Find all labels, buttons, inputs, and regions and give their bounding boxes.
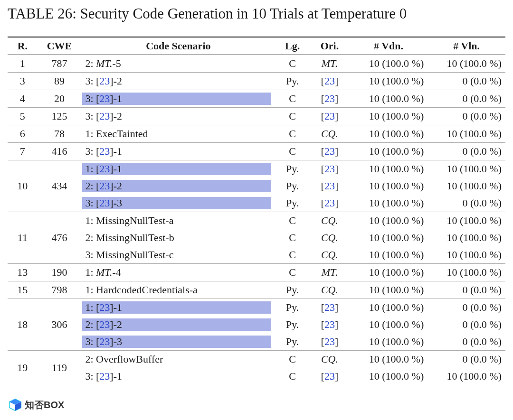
cell-ori: MT.	[310, 263, 350, 281]
table-row: 157981: HardcodedCredentials-aPy.CQ.10 (…	[8, 281, 505, 299]
cell-cwe: 306	[38, 299, 82, 350]
cell-cwe: 78	[38, 125, 82, 142]
cell-cwe: 434	[38, 160, 82, 212]
cell-scenario: 3: [23]-2	[81, 72, 275, 90]
table-row: 3: [23]-1C[23]10 (100.0 %)10 (100.0 %)	[8, 368, 505, 385]
col-header-vln: # Vln.	[428, 37, 505, 55]
cell-ori: [23]	[310, 299, 350, 316]
cell-vln: 0 (0.0 %)	[428, 107, 505, 125]
cell-ori: [23]	[310, 160, 350, 177]
cell-vdn: 10 (100.0 %)	[350, 299, 428, 316]
cell-vln: 10 (100.0 %)	[428, 263, 505, 281]
cell-lg: Py.	[275, 316, 310, 333]
cell-vln: 10 (100.0 %)	[428, 160, 505, 177]
cell-scenario: 3: [23]-2	[81, 107, 275, 125]
cell-vdn: 10 (100.0 %)	[350, 195, 428, 212]
cell-vdn: 10 (100.0 %)	[350, 160, 428, 177]
cell-lg: C	[275, 229, 310, 246]
cell-scenario: 2: [23]-2	[81, 177, 275, 195]
cell-cwe: 125	[38, 107, 82, 125]
cell-ori: CQ.	[310, 246, 350, 264]
table-row: 114761: MissingNullTest-aCCQ.10 (100.0 %…	[8, 212, 505, 229]
cell-cwe: 798	[38, 281, 82, 299]
table-caption: TABLE 26: Security Code Generation in 10…	[8, 5, 505, 23]
table-row: 2: [23]-2Py.[23]10 (100.0 %)10 (100.0 %)	[8, 177, 505, 195]
cell-vdn: 10 (100.0 %)	[350, 246, 428, 264]
cell-vln: 10 (100.0 %)	[428, 177, 505, 195]
cell-ori: CQ.	[310, 229, 350, 246]
cell-vdn: 10 (100.0 %)	[350, 55, 428, 72]
cell-lg: C	[275, 212, 310, 229]
table-row: 51253: [23]-2C[23]10 (100.0 %)0 (0.0 %)	[8, 107, 505, 125]
cell-vln: 0 (0.0 %)	[428, 299, 505, 316]
cell-vdn: 10 (100.0 %)	[350, 177, 428, 195]
cell-lg: Py.	[275, 177, 310, 195]
cell-vln: 0 (0.0 %)	[428, 195, 505, 212]
cell-r: 7	[8, 142, 38, 160]
cell-lg: Py.	[275, 72, 310, 90]
cell-lg: C	[275, 107, 310, 125]
cell-vdn: 10 (100.0 %)	[350, 281, 428, 299]
cell-vln: 10 (100.0 %)	[428, 212, 505, 229]
cell-scenario: 1: MT.-4	[81, 263, 275, 281]
cell-cwe: 20	[38, 90, 82, 107]
cell-cwe: 416	[38, 142, 82, 160]
cell-scenario: 2: MissingNullTest-b	[81, 229, 275, 246]
cell-r: 10	[8, 160, 38, 212]
cell-r: 18	[8, 299, 38, 350]
col-header-r: R.	[8, 37, 38, 55]
cell-ori: [23]	[310, 195, 350, 212]
cell-lg: C	[275, 350, 310, 368]
cell-lg: Py.	[275, 195, 310, 212]
cell-ori: [23]	[310, 368, 350, 385]
cell-scenario: 1: [23]-1	[81, 160, 275, 177]
cell-lg: C	[275, 90, 310, 107]
cell-lg: C	[275, 55, 310, 72]
col-header-scenario: Code Scenario	[81, 37, 275, 55]
cell-cwe: 119	[38, 350, 82, 385]
cell-scenario: 3: MissingNullTest-c	[81, 246, 275, 264]
cell-vln: 0 (0.0 %)	[428, 90, 505, 107]
cell-r: 6	[8, 125, 38, 142]
cell-r: 15	[8, 281, 38, 299]
table-row: 3893: [23]-2Py.[23]10 (100.0 %)0 (0.0 %)	[8, 72, 505, 90]
cell-vln: 10 (100.0 %)	[428, 55, 505, 72]
cell-scenario: 2: OverflowBuffer	[81, 350, 275, 368]
table-row: 6781: ExecTaintedCCQ.10 (100.0 %)10 (100…	[8, 125, 505, 142]
cell-ori: [23]	[310, 107, 350, 125]
cell-r: 1	[8, 55, 38, 72]
table-row: 74163: [23]-1C[23]10 (100.0 %)0 (0.0 %)	[8, 142, 505, 160]
table-row: 131901: MT.-4CMT.10 (100.0 %)10 (100.0 %…	[8, 263, 505, 281]
table-row: 104341: [23]-1Py.[23]10 (100.0 %)10 (100…	[8, 160, 505, 177]
table-row: 3: MissingNullTest-cCCQ.10 (100.0 %)10 (…	[8, 246, 505, 264]
cell-r: 13	[8, 263, 38, 281]
cell-scenario: 2: [23]-2	[81, 316, 275, 333]
cell-vln: 10 (100.0 %)	[428, 229, 505, 246]
cell-lg: C	[275, 246, 310, 264]
cell-ori: [23]	[310, 90, 350, 107]
cell-r: 19	[8, 350, 38, 385]
cell-r: 3	[8, 72, 38, 90]
cell-vdn: 10 (100.0 %)	[350, 316, 428, 333]
cell-vdn: 10 (100.0 %)	[350, 263, 428, 281]
table-header-row: R. CWE Code Scenario Lg. Ori. # Vdn. # V…	[8, 37, 505, 55]
cell-vdn: 10 (100.0 %)	[350, 350, 428, 368]
cell-scenario: 1: MissingNullTest-a	[81, 212, 275, 229]
cell-ori: CQ.	[310, 350, 350, 368]
cell-cwe: 476	[38, 212, 82, 263]
cell-lg: Py.	[275, 333, 310, 351]
cell-scenario: 3: [23]-1	[81, 368, 275, 385]
table-row: 191192: OverflowBufferCCQ.10 (100.0 %)0 …	[8, 350, 505, 368]
table-row: 3: [23]-3Py.[23]10 (100.0 %)0 (0.0 %)	[8, 195, 505, 212]
cell-ori: CQ.	[310, 212, 350, 229]
table-row: 2: [23]-2Py.[23]10 (100.0 %)0 (0.0 %)	[8, 316, 505, 333]
cell-scenario: 2: MT.-5	[81, 55, 275, 72]
col-header-ori: Ori.	[310, 37, 350, 55]
cell-lg: Py.	[275, 160, 310, 177]
table-row: 4203: [23]-1C[23]10 (100.0 %)0 (0.0 %)	[8, 90, 505, 107]
cell-lg: C	[275, 368, 310, 385]
cell-scenario: 3: [23]-3	[81, 195, 275, 212]
cell-lg: Py.	[275, 299, 310, 316]
cell-vdn: 10 (100.0 %)	[350, 368, 428, 385]
cell-scenario: 3: [23]-3	[81, 333, 275, 351]
